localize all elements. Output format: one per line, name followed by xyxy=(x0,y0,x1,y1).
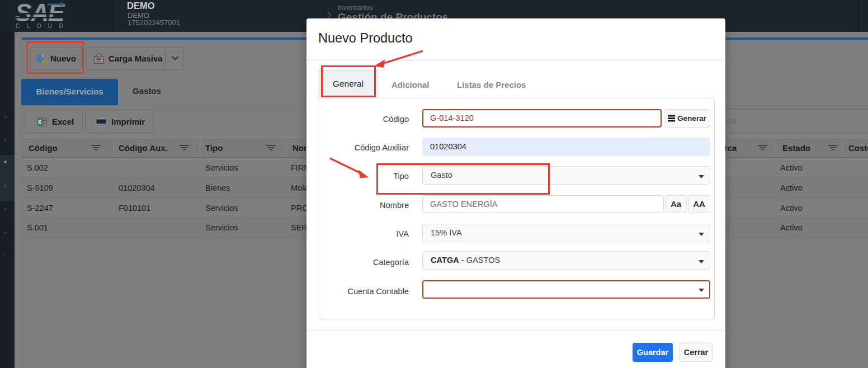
svg-text:CLOUD: CLOUD xyxy=(16,22,70,29)
